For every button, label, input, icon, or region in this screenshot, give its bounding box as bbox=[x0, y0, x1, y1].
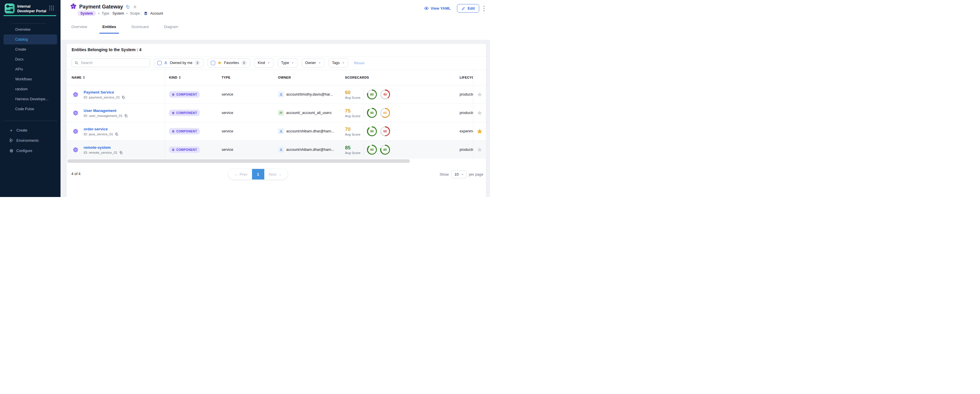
score-gauge: 80 bbox=[380, 145, 390, 155]
sidebar-item-code-pulse[interactable]: Code Pulse bbox=[0, 104, 60, 114]
system-entity-icon bbox=[70, 3, 76, 11]
lifecycle-cell: production bbox=[454, 85, 473, 103]
scope-layers-icon bbox=[143, 11, 148, 16]
tab-scorecard[interactable]: Scorecard bbox=[130, 23, 150, 33]
sidebar-item-harness-developer[interactable]: Harness Develope... bbox=[0, 94, 60, 104]
sidebar-item-apis[interactable]: APIs bbox=[0, 64, 60, 74]
owner-name: account/_account_all_users bbox=[286, 111, 331, 115]
dot-separator bbox=[126, 13, 127, 14]
owner-dropdown[interactable]: Owner bbox=[302, 58, 325, 68]
owned-count-badge: 3 bbox=[194, 60, 200, 65]
copy-id-icon[interactable] bbox=[124, 114, 128, 118]
sidebar-item-workflows[interactable]: Workflows bbox=[0, 74, 60, 84]
table-row[interactable]: Payment Service ID: payment_service_01 bbox=[67, 85, 486, 103]
lifecycle-cell: production bbox=[454, 104, 473, 122]
kind-cell: COMPONENT bbox=[165, 104, 216, 122]
user-icon bbox=[164, 61, 168, 65]
favorites-filter[interactable]: Favorites 0 bbox=[208, 58, 250, 68]
entity-id: ID: remote_service_01 bbox=[84, 151, 123, 154]
favorite-star-icon[interactable] bbox=[476, 128, 483, 135]
horizontal-scrollbar[interactable] bbox=[67, 159, 410, 163]
kind-dropdown[interactable]: Kind bbox=[255, 58, 274, 68]
tab-entities[interactable]: Entities bbox=[101, 23, 117, 33]
scope-value: Account bbox=[150, 11, 163, 16]
kind-dropdown-label: Kind bbox=[258, 61, 265, 65]
owned-by-me-checkbox[interactable] bbox=[157, 61, 162, 65]
name-cell: Payment Service ID: payment_service_01 bbox=[67, 85, 165, 103]
sidebar-item-create[interactable]: Create bbox=[0, 44, 60, 54]
entity-id: ID: java_service_01 bbox=[84, 132, 118, 136]
scope-label: Scope : bbox=[130, 11, 142, 16]
filter-bar: Owned by me 3 Favorites 0 Kind bbox=[67, 56, 486, 70]
entity-name-link[interactable]: User Management bbox=[84, 108, 128, 113]
table-row[interactable]: order-service ID: java_service_01 bbox=[67, 122, 486, 140]
search-box bbox=[72, 59, 150, 67]
sidebar-item-overview[interactable]: Overview bbox=[0, 25, 60, 35]
table-row[interactable]: remote-system ID: remote_service_01 bbox=[67, 140, 486, 159]
page-number-button[interactable]: 1 bbox=[252, 169, 264, 180]
type-dropdown[interactable]: Type bbox=[278, 58, 298, 68]
tab-diagram[interactable]: Diagram bbox=[162, 23, 179, 33]
chevron-down-icon bbox=[291, 61, 294, 64]
gear-icon bbox=[172, 111, 175, 114]
entity-header: Payment Gateway System Type : System bbox=[60, 0, 490, 19]
per-page-label: per page bbox=[469, 172, 483, 176]
favorite-entity-star-icon[interactable] bbox=[132, 5, 137, 10]
scorecards-cell: 75 Avg Score 90 60 bbox=[340, 104, 454, 122]
favorite-star-icon[interactable] bbox=[477, 147, 483, 153]
component-gear-icon bbox=[72, 91, 79, 98]
column-header-name[interactable]: NAME bbox=[67, 70, 165, 85]
table-header: NAME KIND TYPE OWNER SCORECARDS LIFECYCL… bbox=[67, 70, 486, 85]
page-size-select[interactable]: 10 bbox=[451, 170, 467, 178]
dot-separator bbox=[98, 13, 99, 14]
view-yaml-button[interactable]: View YAML bbox=[424, 6, 450, 11]
more-options-kebab-icon[interactable] bbox=[483, 6, 485, 11]
favorite-star-icon[interactable] bbox=[477, 92, 483, 98]
favorites-checkbox[interactable] bbox=[211, 61, 215, 65]
favorite-star-icon[interactable] bbox=[477, 110, 483, 116]
sidebar-item-catalog[interactable]: Catalog bbox=[3, 35, 57, 44]
avg-score-value: 60 bbox=[345, 90, 363, 95]
module-grid-icon[interactable] bbox=[49, 5, 54, 12]
copy-id-icon[interactable] bbox=[122, 95, 125, 99]
reset-filters-button[interactable]: Reset bbox=[354, 61, 364, 65]
avg-score-value: 85 bbox=[345, 145, 363, 151]
edit-button[interactable]: Edit bbox=[457, 4, 479, 13]
entity-name-link[interactable]: remote-system bbox=[84, 145, 123, 149]
copy-id-icon[interactable] bbox=[119, 151, 123, 154]
next-page-button[interactable]: Next → bbox=[264, 169, 288, 180]
plus-icon: + bbox=[8, 128, 14, 133]
kind-cell: COMPONENT bbox=[165, 122, 216, 140]
copy-id-icon[interactable] bbox=[115, 132, 118, 136]
sidebar-item-random[interactable]: random bbox=[0, 84, 60, 94]
kind-badge: COMPONENT bbox=[169, 146, 200, 153]
entities-panel: Entities Belonging to the System : 4 bbox=[67, 44, 486, 197]
tags-dropdown[interactable]: Tags bbox=[329, 58, 348, 68]
score-gauge: 40 bbox=[380, 89, 390, 99]
table-row[interactable]: User Management ID: user_management_01 bbox=[67, 103, 486, 122]
harness-logo[interactable] bbox=[5, 3, 14, 13]
prev-page-button[interactable]: ← Prev bbox=[228, 169, 252, 180]
type-label: Type : bbox=[102, 11, 111, 16]
name-cell: order-service ID: java_service_01 bbox=[67, 122, 165, 140]
kind-badge: COMPONENT bbox=[169, 91, 200, 98]
entity-id: ID: payment_service_01 bbox=[84, 95, 125, 99]
sidebar-item-configure[interactable]: Configure bbox=[0, 146, 60, 156]
pager: ← Prev 1 Next → bbox=[228, 169, 288, 180]
column-header-kind[interactable]: KIND bbox=[165, 70, 216, 85]
lifecycle-cell: production bbox=[454, 141, 473, 159]
sidebar-item-label: Configure bbox=[16, 149, 32, 153]
entity-name-link[interactable]: Payment Service bbox=[84, 90, 125, 94]
favorite-cell bbox=[473, 141, 486, 159]
owned-by-me-filter[interactable]: Owned by me 3 bbox=[154, 58, 204, 68]
sidebar-item-environments[interactable]: Environments bbox=[0, 135, 60, 146]
copy-entity-icon[interactable] bbox=[126, 5, 130, 9]
search-input[interactable] bbox=[80, 60, 147, 65]
tab-overview[interactable]: Overview bbox=[70, 23, 88, 33]
sidebar-item-label: Create bbox=[16, 128, 27, 132]
chevron-down-icon bbox=[342, 61, 345, 64]
entity-name-link[interactable]: order-service bbox=[84, 127, 118, 131]
sidebar-item-create-new[interactable]: + Create bbox=[0, 125, 60, 135]
sidebar-item-docs[interactable]: Docs bbox=[0, 54, 60, 64]
tab-content: Entities Belonging to the System : 4 bbox=[60, 40, 490, 197]
